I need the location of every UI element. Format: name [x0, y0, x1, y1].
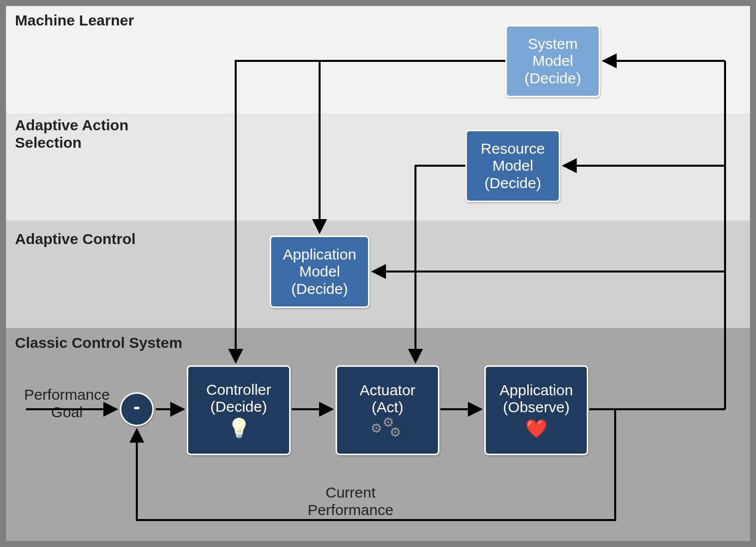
controller-line2: (Decide)	[210, 398, 267, 416]
node-application: Application (Observe) ❤️	[484, 365, 588, 455]
resource-model-line3: (Decide)	[484, 175, 541, 192]
app-model-line1: Application	[283, 246, 357, 264]
layer-title-aas-line2: Selection	[15, 134, 81, 151]
node-resource-model: Resource Model (Decide)	[465, 130, 560, 202]
layer-title-ccs: Classic Control System	[15, 334, 182, 352]
actuator-line1: Actuator	[360, 382, 415, 399]
node-actuator: Actuator (Act) ⚙⚙⚙	[336, 365, 439, 455]
node-system-model: System Model (Decide)	[505, 25, 600, 97]
cur-perf-line2: Performance	[308, 502, 393, 518]
application-line1: Application	[500, 382, 573, 399]
perf-goal-line1: Performance	[24, 386, 110, 403]
system-model-line3: (Decide)	[524, 70, 581, 87]
diagram-frame: Machine Learner Adaptive Action Selectio…	[0, 0, 756, 547]
resource-model-line2: Model	[492, 157, 533, 175]
lightbulb-icon: 💡	[227, 418, 251, 440]
cur-perf-line1: Current	[326, 484, 376, 501]
label-current-performance: Current Performance	[286, 484, 415, 519]
node-application-model: Application Model (Decide)	[270, 236, 370, 308]
system-model-line2: Model	[532, 52, 573, 70]
label-performance-goal: Performance Goal	[17, 386, 117, 421]
summing-junction: -	[120, 392, 154, 426]
resource-model-line1: Resource	[481, 140, 545, 158]
layer-title-ml: Machine Learner	[15, 12, 134, 29]
system-model-line1: System	[528, 35, 578, 53]
layer-title-ac: Adaptive Control	[15, 231, 136, 248]
gears-icon: ⚙⚙⚙	[368, 416, 407, 439]
actuator-line2: (Act)	[372, 399, 403, 416]
heart-icon: ❤️	[525, 418, 548, 439]
layer-title-aas: Adaptive Action Selection	[15, 117, 128, 151]
app-model-line2: Model	[299, 263, 340, 280]
app-model-line3: (Decide)	[291, 280, 348, 298]
node-controller: Controller (Decide) 💡	[187, 365, 291, 455]
controller-line1: Controller	[206, 381, 271, 399]
perf-goal-line2: Goal	[51, 404, 82, 420]
minus-label: -	[133, 396, 140, 416]
application-line2: (Observe)	[503, 399, 569, 416]
layer-title-aas-line1: Adaptive Action	[15, 117, 128, 133]
